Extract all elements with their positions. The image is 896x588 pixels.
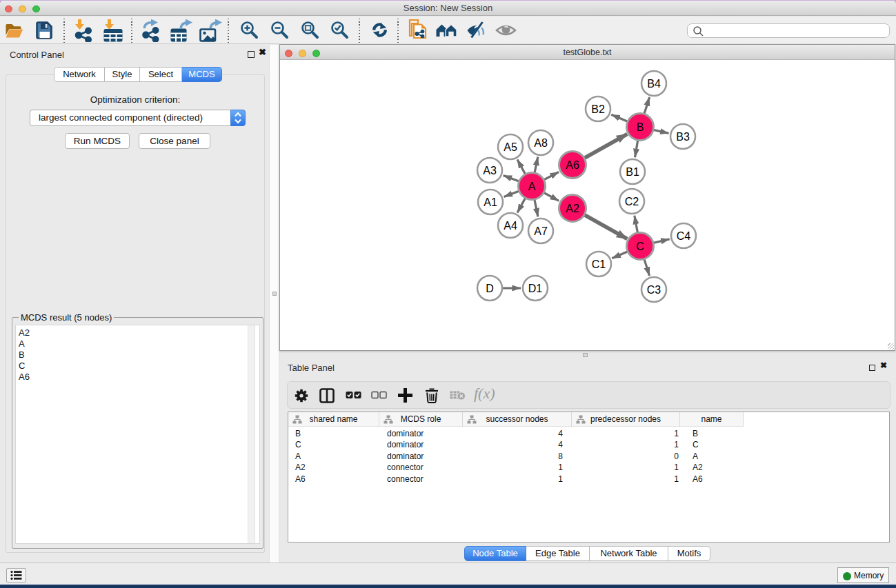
- svg-text:A7: A7: [534, 225, 548, 237]
- svg-text:A: A: [528, 181, 536, 192]
- svg-text:C3: C3: [647, 284, 661, 296]
- svg-text:B4: B4: [647, 78, 661, 90]
- svg-text:A5: A5: [504, 141, 517, 153]
- svg-text:C1: C1: [592, 258, 606, 270]
- svg-text:C2: C2: [625, 196, 639, 207]
- svg-text:A6: A6: [566, 159, 579, 171]
- svg-text:C4: C4: [677, 230, 691, 242]
- svg-text:D1: D1: [528, 283, 543, 294]
- svg-text:B3: B3: [676, 131, 690, 143]
- svg-text:A8: A8: [534, 137, 548, 149]
- svg-text:B2: B2: [591, 103, 605, 115]
- svg-text:A2: A2: [566, 203, 579, 214]
- svg-text:A4: A4: [504, 220, 517, 232]
- svg-text:A1: A1: [484, 196, 497, 208]
- svg-text:B1: B1: [626, 166, 639, 178]
- svg-text:A3: A3: [483, 165, 497, 176]
- svg-text:C: C: [636, 241, 644, 252]
- svg-text:D: D: [486, 283, 494, 294]
- svg-text:B: B: [637, 121, 644, 133]
